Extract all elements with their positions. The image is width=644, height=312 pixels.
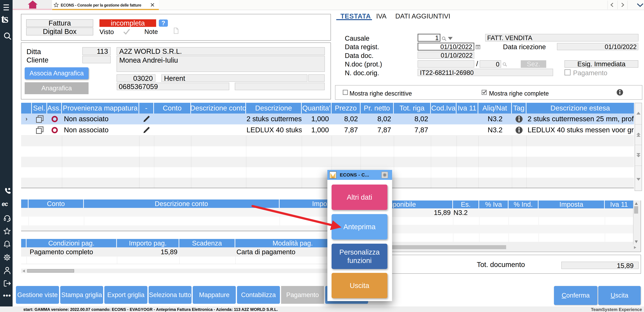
- svg-text:3: 3: [477, 46, 479, 49]
